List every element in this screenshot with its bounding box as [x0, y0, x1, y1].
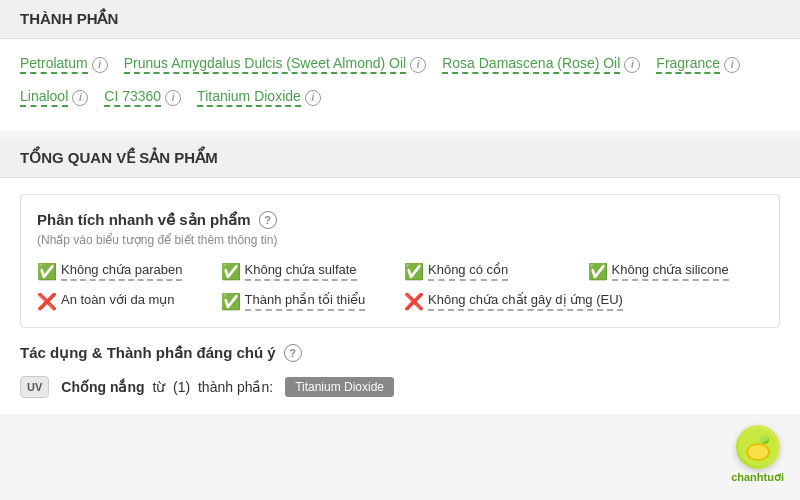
effect-prefix: từ	[152, 379, 165, 395]
check-false-icon[interactable]: ❌	[404, 292, 422, 310]
help-icon[interactable]: ?	[259, 211, 277, 229]
info-icon[interactable]: i	[624, 57, 640, 73]
uv-badge: UV	[20, 376, 49, 398]
list-item: Titanium Dioxide i	[197, 88, 321, 107]
effects-container: Tác dụng & Thành phần đáng chú ý ? UV Ch…	[20, 344, 780, 398]
svg-point-0	[739, 428, 777, 466]
overview-section: TỔNG QUAN VỀ SẢN PHẨM Phân tích nhanh về…	[0, 139, 800, 414]
list-item: Petrolatum i	[20, 55, 108, 74]
info-icon[interactable]: i	[724, 57, 740, 73]
overview-content: Phân tích nhanh về sản phẩm ? (Nhấp vào …	[0, 178, 800, 414]
ingredient-rose-oil[interactable]: Rosa Damascena (Rose) Oil	[442, 55, 620, 74]
ingredients-section: THÀNH PHẦN Petrolatum i Prunus Amygdalus…	[0, 0, 800, 131]
list-item: Linalool i	[20, 88, 88, 107]
check-true-icon[interactable]: ✅	[221, 262, 239, 280]
ingredients-content: Petrolatum i Prunus Amygdalus Dulcis (Sw…	[0, 39, 800, 131]
svg-point-1	[748, 445, 768, 459]
list-item: Prunus Amygdalus Dulcis (Sweet Almond) O…	[124, 55, 426, 74]
ingredient-petrolatum[interactable]: Petrolatum	[20, 55, 88, 74]
list-item: Fragrance i	[656, 55, 740, 74]
list-item: ✅ Không chứa sulfate	[221, 261, 397, 281]
info-icon[interactable]: i	[165, 90, 181, 106]
analysis-title-text: Phân tích nhanh về sản phẩm	[37, 211, 251, 229]
analysis-label[interactable]: Không chứa paraben	[61, 261, 182, 281]
info-icon[interactable]: i	[92, 57, 108, 73]
overview-header: TỔNG QUAN VỀ SẢN PHẨM	[0, 139, 800, 178]
list-item: ❌ Không chứa chất gây dị ứng (EU)	[404, 291, 763, 311]
list-item: CI 73360 i	[104, 88, 181, 107]
analysis-box: Phân tích nhanh về sản phẩm ? (Nhấp vào …	[20, 194, 780, 328]
info-icon[interactable]: i	[305, 90, 321, 106]
logo-svg	[738, 427, 778, 467]
analysis-label[interactable]: Không chứa sulfate	[245, 261, 357, 281]
analysis-label[interactable]: Không chứa silicone	[612, 261, 729, 281]
check-true-icon[interactable]: ✅	[37, 262, 55, 280]
list-item: ✅ Không có cồn	[404, 261, 580, 281]
analysis-label[interactable]: Thành phần tối thiểu	[245, 291, 366, 311]
ingredients-list: Petrolatum i Prunus Amygdalus Dulcis (Sw…	[20, 55, 780, 115]
ingredient-ci73360[interactable]: CI 73360	[104, 88, 161, 107]
check-true-icon[interactable]: ✅	[588, 262, 606, 280]
analysis-label[interactable]: An toàn với da mụn	[61, 291, 175, 309]
analysis-title: Phân tích nhanh về sản phẩm ?	[37, 211, 763, 229]
analysis-label[interactable]: Không chứa chất gây dị ứng (EU)	[428, 291, 623, 311]
effects-title: Tác dụng & Thành phần đáng chú ý ?	[20, 344, 780, 362]
effect-ingredient-tag[interactable]: Titanium Dioxide	[285, 377, 394, 397]
effect-row: UV Chống nắng từ (1) thành phần: Titaniu…	[20, 376, 780, 398]
effect-text: Chống nắng từ (1) thành phần:	[61, 379, 273, 395]
analysis-subtitle: (Nhấp vào biểu tượng để biết thêm thông …	[37, 233, 763, 247]
ingredient-titanium-dioxide[interactable]: Titanium Dioxide	[197, 88, 301, 107]
svg-point-2	[750, 446, 766, 457]
list-item: ✅ Không chứa silicone	[588, 261, 764, 281]
info-icon[interactable]: i	[72, 90, 88, 106]
check-true-icon[interactable]: ✅	[404, 262, 422, 280]
list-item: ✅ Không chứa paraben	[37, 261, 213, 281]
logo-icon	[736, 425, 780, 469]
logo-text: chanhtuơi	[731, 471, 784, 484]
ingredients-header: THÀNH PHẦN	[0, 0, 800, 39]
ingredient-fragrance[interactable]: Fragrance	[656, 55, 720, 74]
info-icon[interactable]: i	[410, 57, 426, 73]
effect-suffix: thành phần:	[198, 379, 273, 395]
ingredient-linalool[interactable]: Linalool	[20, 88, 68, 107]
analysis-label[interactable]: Không có cồn	[428, 261, 508, 281]
help-icon[interactable]: ?	[284, 344, 302, 362]
effect-name: Chống nắng	[61, 379, 144, 395]
check-true-icon[interactable]: ✅	[221, 292, 239, 310]
logo-container: chanhtuơi	[731, 425, 784, 484]
list-item: ❌ An toàn với da mụn	[37, 291, 213, 311]
list-item: ✅ Thành phần tối thiểu	[221, 291, 397, 311]
effects-title-text: Tác dụng & Thành phần đáng chú ý	[20, 344, 276, 362]
list-item: Rosa Damascena (Rose) Oil i	[442, 55, 640, 74]
analysis-grid: ✅ Không chứa paraben ✅ Không chứa sulfat…	[37, 261, 763, 311]
ingredient-sweet-almond[interactable]: Prunus Amygdalus Dulcis (Sweet Almond) O…	[124, 55, 406, 74]
effect-count: (1)	[173, 379, 190, 395]
check-false-icon[interactable]: ❌	[37, 292, 55, 310]
